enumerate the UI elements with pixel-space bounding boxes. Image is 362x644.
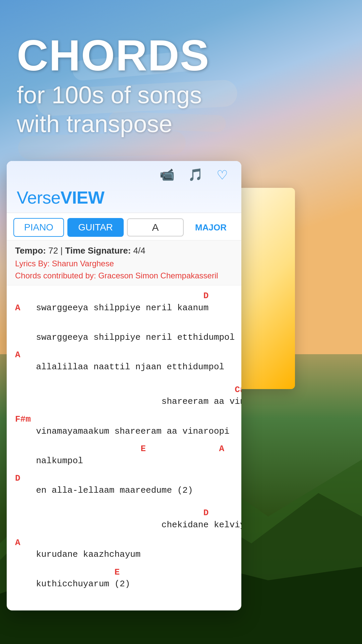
chords-9: A	[15, 537, 233, 549]
hero-section: CHORDS for 100s of songs with transpose	[17, 34, 209, 139]
song-info-section: Tempo: 72 | Time Signature: 4/4 Lyrics B…	[7, 240, 241, 285]
chords-6: E A	[15, 443, 233, 455]
instrument-tabs-row: PIANO GUITAR A MAJOR	[7, 213, 241, 240]
lyrics-4: shareeram aa vinaroopi	[15, 395, 233, 408]
chord-block-4: C#m shareeram aa vinaroopi	[15, 384, 233, 408]
app-logo: VerseVIEW	[17, 187, 231, 208]
lyrics-6: nalkumpol	[15, 455, 233, 467]
chord-block-8: D chekidane kelviyum	[15, 507, 233, 531]
key-display[interactable]: A	[127, 218, 184, 236]
chords-4: C#m	[15, 384, 233, 396]
chords-7: D	[15, 473, 233, 484]
chords-by: Chords contributed by: Graceson Simon Ch…	[15, 270, 233, 282]
tab-piano[interactable]: PIANO	[13, 218, 64, 237]
lyrics-3: allalillaa naattil njaan etthidumpol	[15, 361, 233, 373]
time-sig-label: Time Signature:	[65, 246, 131, 256]
video-icon[interactable]: 📹	[160, 168, 175, 182]
music-list-icon[interactable]: 🎵	[188, 168, 203, 182]
chords-by-label: Chords contributed by:	[15, 271, 96, 280]
card-header: 📹 🎵 ♡ VerseVIEW	[7, 161, 241, 213]
lyrics-10: kuthicchuyarum (2)	[15, 578, 233, 590]
lyrics-by: Lyrics By: Sharun Varghese	[15, 258, 233, 270]
chords-2: E	[15, 320, 233, 331]
time-sig-value: 4/4	[133, 246, 145, 256]
app-name-view: VIEW	[60, 188, 104, 207]
app-name-verse: Verse	[17, 188, 60, 207]
spacer-2	[15, 502, 233, 507]
chord-block-6: E A nalkumpol	[15, 443, 233, 467]
header-icons-row: 📹 🎵 ♡	[17, 168, 231, 182]
hero-subtitle-line1: for 100s of songs	[17, 82, 202, 108]
chord-block-1: D A swarggeeya shilppiye neril kaanum	[15, 290, 233, 314]
main-card: 📹 🎵 ♡ VerseVIEW PIANO GUITAR A MAJOR Tem…	[7, 161, 241, 610]
chord-content: D A swarggeeya shilppiye neril kaanum E …	[7, 285, 241, 601]
chords-by-value: Graceson Simon Chempakasseril	[98, 271, 218, 280]
tempo-line: Tempo: 72 | Time Signature: 4/4	[15, 246, 233, 256]
chords-5: F#m	[15, 414, 233, 425]
tempo-value: 72	[48, 246, 58, 256]
lyrics-9: kurudane kaazhchayum	[15, 548, 233, 560]
major-button[interactable]: MAJOR	[187, 220, 235, 235]
tab-guitar[interactable]: GUITAR	[67, 218, 124, 237]
separator: |	[60, 246, 65, 256]
chords-10: E	[15, 567, 233, 578]
lyrics-1: A swarggeeya shilppiye neril kaanum	[15, 302, 233, 314]
chord-block-9: A kurudane kaazhchayum	[15, 537, 233, 561]
lyrics-7: en alla-lellaam maareedume (2)	[15, 484, 233, 496]
hero-title: CHORDS	[17, 34, 209, 77]
favorite-icon[interactable]: ♡	[217, 168, 228, 182]
credits-section: Lyrics By: Sharun Varghese Chords contri…	[15, 258, 233, 282]
chords-8: D	[15, 507, 233, 519]
chords-3: A	[15, 350, 233, 361]
spacer-1	[15, 379, 233, 384]
main-card-container: 📹 🎵 ♡ VerseVIEW PIANO GUITAR A MAJOR Tem…	[7, 161, 241, 610]
chord-block-5: F#m vinamayamaakum shareeram aa vinaroop…	[15, 414, 233, 437]
lyrics-5: vinamayamaakum shareeram aa vinaroopi	[15, 425, 233, 437]
hero-subtitle: for 100s of songs with transpose	[17, 80, 209, 139]
lyrics-by-value: Sharun Varghese	[52, 259, 114, 268]
lyrics-by-label: Lyrics By:	[15, 259, 50, 268]
lyrics-2: swarggeeya shilppiye neril etthidumpol (…	[15, 331, 233, 343]
chord-block-10: E kuthicchuyarum (2)	[15, 567, 233, 590]
lyrics-8: chekidane kelviyum	[15, 519, 233, 531]
chord-block-2: E swarggeeya shilppiye neril etthidumpol…	[15, 320, 233, 343]
chord-block-3: A allalillaa naattil njaan etthidumpol	[15, 350, 233, 373]
tempo-label: Tempo:	[15, 246, 46, 256]
chord-block-7: D en alla-lellaam maareedume (2)	[15, 473, 233, 496]
hero-subtitle-line2: with transpose	[17, 110, 172, 137]
chords-1: D	[15, 290, 233, 302]
